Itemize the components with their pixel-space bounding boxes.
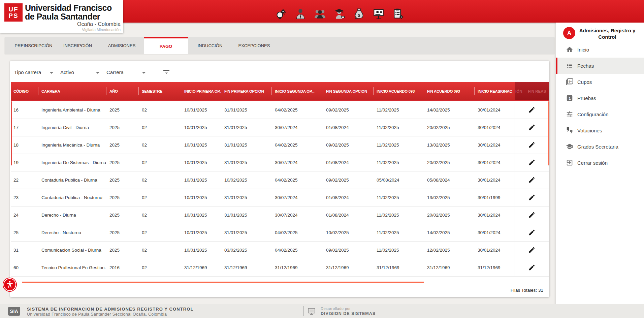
row-action-cell <box>515 206 549 224</box>
edit-row-button[interactable] <box>528 159 536 167</box>
table-row: 23 Contaduria Publica - Nocturno 2025 02… <box>11 189 549 206</box>
tipo-carrera-select[interactable]: Tipo carrera <box>13 67 54 78</box>
svg-text:$: $ <box>358 13 360 18</box>
table-cell: 03/02/2025 <box>221 242 271 259</box>
sidebar-item-fechas[interactable]: Fechas <box>556 58 644 74</box>
edit-pencil-icon <box>528 180 536 185</box>
edit-pencil-icon <box>528 232 536 237</box>
edit-row-button[interactable] <box>528 124 536 132</box>
edit-row-button[interactable] <box>528 176 536 184</box>
edit-pencil-icon <box>528 145 536 150</box>
person-icon[interactable] <box>294 7 307 20</box>
sidebar-item-grados-secretaria[interactable]: Grados Secretaria <box>556 138 644 155</box>
header-divider <box>525 87 525 95</box>
column-header-inicio-acuerdo: INICIO ACUERDO 093 <box>373 82 424 100</box>
column-header-fin-acuerdo: FIN ACUERDO 093 <box>424 82 474 100</box>
left-scrollbar-thumb[interactable] <box>11 101 12 165</box>
table-cell: 01/08/2024 <box>323 154 373 171</box>
table-cell: 14/02/2025 <box>424 101 474 119</box>
table-cell: 13/02/2025 <box>424 136 474 154</box>
idea-gear-icon[interactable] <box>275 7 287 20</box>
table-cell: 30/01/1999 <box>474 189 515 206</box>
table-cell: 11/02/2025 <box>373 206 424 224</box>
tab-admisiones[interactable]: ADMISIONES <box>100 37 144 54</box>
table-cell: 02 <box>138 206 181 224</box>
tab-excepciones[interactable]: EXCEPCIONES <box>232 37 276 54</box>
money-bag-icon[interactable]: $ <box>353 7 365 20</box>
top-menu-icons: $ <box>275 7 405 20</box>
ufps-logo-icon: UF PS <box>4 3 23 22</box>
table-cell: 10/02/2025 <box>221 171 271 189</box>
edit-row-button[interactable] <box>528 194 536 202</box>
table-cell: 02 <box>138 119 181 136</box>
presentation-board-icon[interactable] <box>372 7 385 20</box>
vertical-scrollbar-thumb[interactable] <box>548 101 549 165</box>
table-cell: 30/07/2024 <box>271 119 323 136</box>
process-tabbar: PREINSCRIPCIÓN INSCRIPCIÓN ADMISIONES PA… <box>5 37 554 54</box>
column-header-fin-segunda: FIN SEGUNDA OPCION <box>323 82 373 100</box>
tab-pago[interactable]: PAGO <box>144 37 188 54</box>
sidebar-item-pruebas[interactable]: 1 Pruebas <box>556 90 644 106</box>
table-cell: 01/08/2024 <box>323 206 373 224</box>
edit-row-button[interactable] <box>528 246 536 254</box>
edit-row-button[interactable] <box>528 264 536 272</box>
table-cell: 31/01/2025 <box>221 206 271 224</box>
total-rows-label: Filas Totales: 31 <box>511 288 543 293</box>
table-cell: Contaduria Publica - Diurna <box>38 171 106 189</box>
column-header-inicio-primera: INICIO PRIMERA OP... <box>181 82 221 100</box>
table-cell: 31/01/2025 <box>221 101 271 119</box>
edit-row-button[interactable] <box>528 229 536 237</box>
group-icon[interactable] <box>314 7 326 20</box>
edit-pencil-icon <box>528 109 536 115</box>
developed-by-label: Desarrollado por <box>321 307 351 311</box>
clipped-header-fragment: IÓN <box>515 89 522 93</box>
edit-row-button[interactable] <box>528 141 536 149</box>
table-cell: Comunicacion Social - Diurna <box>38 242 106 259</box>
column-header-fin-primera: FIN PRIMERA OPCION <box>221 82 271 100</box>
sidebar-item-configuracion[interactable]: Configuración <box>556 106 644 122</box>
table-cell: Ingeniería De Sistemas - Diurna <box>38 154 106 171</box>
table-cell: 2016 <box>106 259 138 276</box>
edit-pencil-icon <box>528 162 536 167</box>
clipboard-gear-icon[interactable] <box>392 7 405 20</box>
sidebar-item-label: Pruebas <box>577 95 596 101</box>
sidebar-item-cupos[interactable]: 9+ Cupos <box>556 74 644 90</box>
sidebar-item-cerrar-sesion[interactable]: Cerrar sesión <box>556 155 644 171</box>
table-cell: 30/01/2024 <box>474 119 515 136</box>
table-header-row: CÓDIGO CARRERA AÑO SEMESTRE INICIO PRIME… <box>11 82 549 101</box>
edit-row-button[interactable] <box>528 106 536 114</box>
logo-letters-top: UF <box>8 6 18 12</box>
edit-row-button[interactable] <box>528 211 536 219</box>
table-cell: 20/02/2025 <box>424 206 474 224</box>
horizontal-scrollbar-thumb[interactable] <box>22 282 424 283</box>
tab-induccion[interactable]: INDUCCIÓN <box>188 37 232 54</box>
sidebar-item-inicio[interactable]: Inicio <box>556 41 644 58</box>
table-cell: 11/02/2025 <box>373 154 424 171</box>
sidebar-nav: Inicio Fechas 9+ Cupos 1 Pruebas Configu… <box>556 41 644 171</box>
sidebar-item-votaciones[interactable]: Votaciones <box>556 122 644 138</box>
table-cell: 10/01/2025 <box>181 242 221 259</box>
table-cell: 2025 <box>106 189 138 206</box>
table-cell: 02 <box>138 171 181 189</box>
tab-preinscripcion[interactable]: PREINSCRIPCIÓN <box>11 37 56 54</box>
tab-inscripcion[interactable]: INSCRIPCIÓN <box>56 37 100 54</box>
activo-select[interactable]: Activo <box>60 67 100 78</box>
table-cell: 02 <box>138 242 181 259</box>
pages-9plus-icon: 9+ <box>566 78 573 86</box>
table-cell: 11/02/2025 <box>373 136 424 154</box>
right-sidebar: A Admisiones, Registro y Control Inicio … <box>556 23 644 305</box>
sidebar-item-label: Cupos <box>577 79 592 85</box>
filter-list-button[interactable] <box>162 68 171 77</box>
profile-block: A Admisiones, Registro y Control <box>556 23 644 42</box>
table-row: 31 Comunicacion Social - Diurna 2025 02 … <box>11 242 549 259</box>
number-one-icon: 1 <box>566 94 573 102</box>
row-action-cell <box>515 224 549 241</box>
chevron-down-icon <box>50 72 53 74</box>
carrera-select[interactable]: Carrera <box>106 67 146 78</box>
footer-bar: SIA SISTEMA DE INFORMACION DE ADMISIONES… <box>0 304 644 318</box>
list-icon <box>566 62 573 69</box>
table-cell: 24 <box>11 206 38 224</box>
row-action-cell <box>515 171 549 189</box>
accessibility-button[interactable] <box>3 278 16 291</box>
graduate-icon[interactable] <box>333 7 346 20</box>
